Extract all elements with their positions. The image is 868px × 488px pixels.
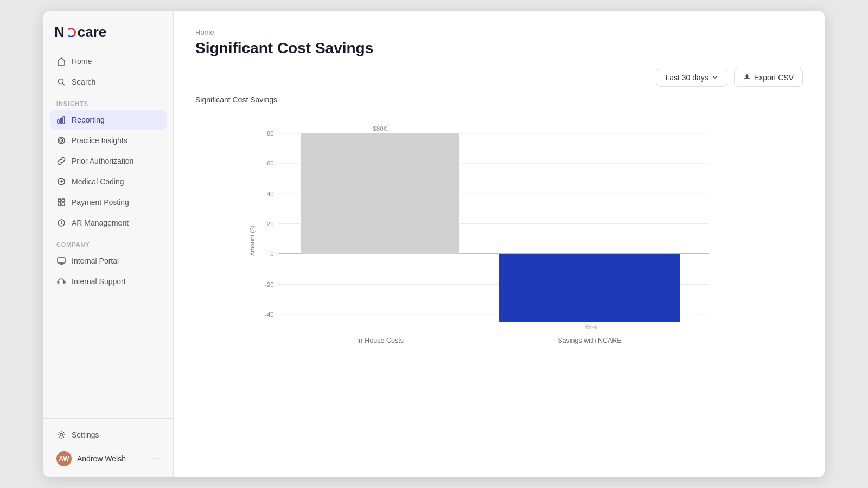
plus-circle-icon [56, 177, 66, 187]
svg-text:60: 60 [267, 160, 274, 166]
sidebar-bottom: Settings AW Andrew Welsh ··· [43, 418, 173, 477]
page-header: Home Significant Cost Savings [174, 11, 825, 68]
svg-rect-14 [62, 203, 65, 206]
logo-care: care [78, 24, 107, 41]
svg-text:20: 20 [267, 221, 274, 227]
clock-icon [56, 218, 66, 228]
svg-text:-45%: -45% [583, 324, 597, 330]
bar-in-house-costs [301, 133, 459, 254]
sidebar-item-home[interactable]: Home [50, 52, 167, 71]
settings-label: Settings [72, 431, 99, 439]
download-icon [743, 73, 751, 82]
sidebar-item-prior-auth[interactable]: Prior Authorization [50, 151, 167, 171]
svg-text:80: 80 [267, 130, 274, 137]
date-filter-button[interactable]: Last 30 days [656, 68, 727, 87]
svg-text:0: 0 [270, 251, 273, 257]
breadcrumb: Home [195, 28, 803, 36]
user-name: Andrew Welsh [77, 454, 146, 463]
logo[interactable]: N care [54, 24, 162, 41]
sidebar-item-payment-posting-label: Payment Posting [72, 198, 129, 207]
link-icon [56, 156, 66, 166]
sidebar-item-search[interactable]: Search [50, 72, 167, 92]
sidebar-item-prior-auth-label: Prior Authorization [72, 157, 133, 165]
target-icon [56, 136, 66, 145]
svg-rect-13 [58, 203, 61, 206]
chart-container: Significant Cost Savings Amount ($) 80 6… [174, 95, 825, 477]
sidebar: N care Home [43, 11, 174, 477]
sidebar-item-ar-management[interactable]: AR Management [50, 213, 167, 233]
settings-icon [56, 430, 66, 440]
x-label-savings: Savings with NCARE [558, 337, 622, 344]
svg-rect-11 [58, 199, 61, 202]
sidebar-item-settings[interactable]: Settings [50, 425, 167, 445]
user-row[interactable]: AW Andrew Welsh ··· [50, 447, 167, 471]
chart-title: Significant Cost Savings [195, 95, 803, 104]
app-container: N care Home [43, 11, 825, 477]
sidebar-item-internal-portal-label: Internal Portal [72, 256, 119, 265]
sidebar-item-medical-coding-label: Medical Coding [72, 177, 124, 186]
search-icon [56, 77, 66, 87]
svg-rect-4 [63, 117, 65, 123]
svg-text:40: 40 [267, 191, 274, 197]
export-csv-button[interactable]: Export CSV [734, 68, 803, 87]
sidebar-item-practice-insights-label: Practice Insights [72, 136, 127, 145]
grid-icon [56, 197, 66, 207]
export-csv-label: Export CSV [754, 73, 794, 82]
svg-text:-20: -20 [265, 281, 274, 288]
svg-rect-3 [60, 118, 62, 123]
more-options-icon[interactable]: ··· [151, 454, 160, 464]
svg-text:$80K: $80K [373, 125, 387, 132]
sidebar-item-payment-posting[interactable]: Payment Posting [50, 192, 167, 212]
svg-line-1 [63, 84, 65, 86]
logo-n: N [54, 24, 65, 41]
sidebar-item-ar-management-label: AR Management [72, 219, 129, 227]
sidebar-item-internal-support-label: Internal Support [72, 277, 126, 286]
toolbar: Last 30 days Export CSV [174, 68, 825, 95]
sidebar-item-reporting-label: Reporting [72, 115, 105, 124]
x-label-in-house: In-House Costs [357, 337, 404, 344]
svg-rect-12 [62, 199, 65, 202]
sidebar-item-internal-support[interactable]: Internal Support [50, 272, 167, 291]
svg-rect-16 [58, 258, 65, 263]
cost-savings-chart: Amount ($) 80 60 40 20 0 -20 [195, 111, 803, 371]
sidebar-item-home-label: Home [72, 57, 92, 66]
sidebar-item-internal-portal[interactable]: Internal Portal [50, 251, 167, 271]
sidebar-item-medical-coding[interactable]: Medical Coding [50, 172, 167, 191]
svg-point-19 [60, 434, 63, 436]
y-axis-label: Amount ($) [249, 225, 256, 256]
svg-point-0 [59, 79, 63, 84]
chevron-down-icon [712, 73, 718, 82]
sidebar-item-search-label: Search [72, 78, 95, 86]
main-content: Home Significant Cost Savings Last 30 da… [174, 11, 825, 477]
bar-savings-ncare [499, 254, 680, 322]
logo-area: N care [43, 11, 173, 52]
headset-icon [56, 277, 66, 286]
logo-circle-icon [66, 28, 76, 37]
svg-text:-40: -40 [265, 311, 274, 318]
section-label-company: COMPANY [50, 234, 167, 251]
date-filter-label: Last 30 days [665, 73, 708, 82]
page-title: Significant Cost Savings [195, 40, 803, 57]
monitor-icon [56, 256, 66, 266]
svg-point-7 [61, 140, 62, 141]
sidebar-item-reporting[interactable]: Reporting [50, 110, 167, 130]
avatar: AW [56, 451, 72, 466]
svg-rect-2 [58, 120, 59, 123]
section-label-insights: INSIGHTS [50, 93, 167, 110]
sidebar-item-practice-insights[interactable]: Practice Insights [50, 131, 167, 150]
sidebar-nav: Home Search INSIGHTS [43, 52, 173, 418]
chart-bar-icon [56, 115, 66, 125]
home-icon [56, 56, 66, 66]
